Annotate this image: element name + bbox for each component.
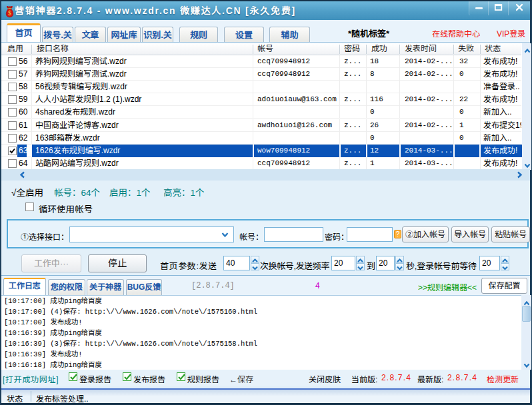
svg-text:$: $: [8, 9, 11, 17]
